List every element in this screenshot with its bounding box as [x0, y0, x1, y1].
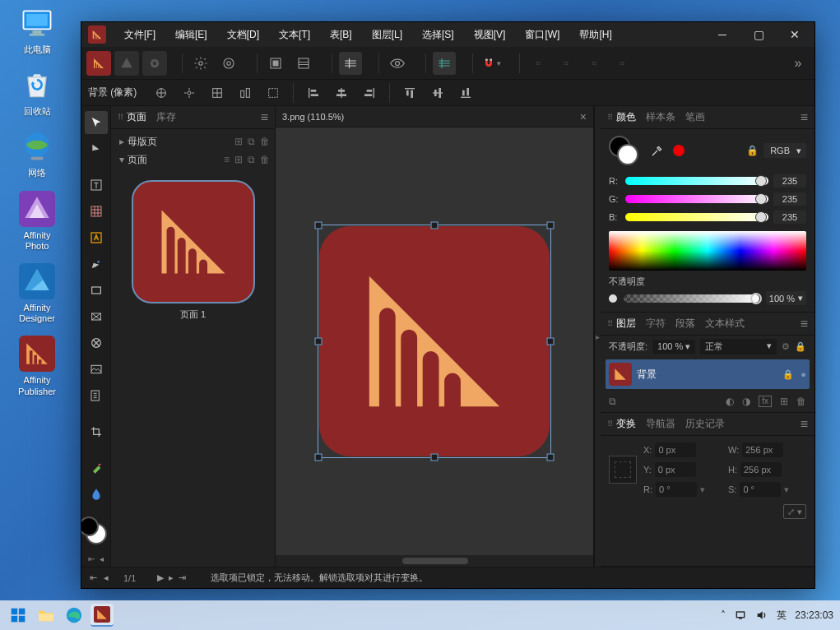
- panel-menu-icon[interactable]: ≡: [801, 317, 808, 331]
- spread-setup-icon[interactable]: ≡: [224, 154, 230, 165]
- delete-layer-icon[interactable]: 🗑: [796, 396, 806, 407]
- start-button[interactable]: [7, 604, 30, 627]
- prev-page-first-icon[interactable]: ⇤: [88, 554, 95, 563]
- handle-nw[interactable]: [315, 222, 323, 229]
- opacity-value[interactable]: 100 %▾: [766, 291, 806, 305]
- tab-assets[interactable]: 库存: [156, 110, 176, 124]
- add-master-icon[interactable]: ⊞: [234, 136, 243, 147]
- desktop-icon-affinity-photo[interactable]: Affinity Photo: [5, 191, 69, 252]
- align-vcenter-icon[interactable]: [426, 81, 449, 104]
- document-setup-icon[interactable]: [217, 52, 240, 75]
- slider-r[interactable]: R: 235: [601, 172, 814, 190]
- caret-down-icon[interactable]: ▾: [116, 154, 128, 165]
- cycle-select-icon[interactable]: [234, 81, 257, 104]
- transform-s[interactable]: S:▾: [728, 482, 806, 497]
- maximize-button[interactable]: ▢: [752, 28, 765, 41]
- layer-lock-icon[interactable]: 🔒: [782, 369, 794, 380]
- menu-file[interactable]: 文件[F]: [114, 22, 165, 47]
- color-swatch[interactable]: [86, 523, 107, 544]
- delete-master-icon[interactable]: 🗑: [260, 136, 270, 147]
- network-icon[interactable]: [734, 609, 747, 621]
- slider-b[interactable]: B: 235: [601, 208, 814, 226]
- tree-master-pages[interactable]: ▸ 母版页 ⊞ ⧉ 🗑: [116, 132, 270, 151]
- layer-opacity-value[interactable]: 100 % ▾: [652, 340, 695, 354]
- persona-photo[interactable]: [142, 51, 167, 76]
- lock-layer-icon[interactable]: 🔒: [795, 341, 806, 352]
- tab-navigator[interactable]: 导航器: [646, 417, 675, 431]
- last-page-icon[interactable]: ⇥: [179, 572, 186, 583]
- preferences-icon[interactable]: [189, 52, 212, 75]
- menu-table[interactable]: 表[B]: [320, 22, 362, 47]
- page-indicator[interactable]: 1/1: [123, 573, 136, 583]
- first-page-icon[interactable]: ⇤: [88, 572, 99, 583]
- canvas[interactable]: [276, 127, 593, 555]
- horizontal-scrollbar[interactable]: [276, 555, 593, 567]
- preflight-icon[interactable]: [264, 52, 287, 75]
- transform-r[interactable]: R:▾: [643, 482, 722, 497]
- artistic-text-tool[interactable]: [85, 226, 108, 249]
- align-center-icon[interactable]: [150, 81, 173, 104]
- page-thumbnail[interactable]: 页面 1: [111, 172, 275, 329]
- toggle-ui-icon[interactable]: [339, 52, 362, 75]
- rectangle-x-tool[interactable]: [85, 305, 108, 328]
- handle-ne[interactable]: [547, 222, 555, 229]
- show-alignment-icon[interactable]: [178, 81, 201, 104]
- ellipse-tool[interactable]: [85, 331, 108, 354]
- desktop-icon-this-pc[interactable]: 此电脑: [5, 5, 69, 55]
- menu-select[interactable]: 选择[S]: [412, 22, 464, 47]
- link-dimensions-icon[interactable]: ⤢ ▾: [783, 504, 806, 519]
- preview-mode-icon[interactable]: [386, 52, 409, 75]
- tab-pages[interactable]: 页面: [127, 110, 146, 124]
- align-right-icon[interactable]: [358, 81, 381, 104]
- eyedropper-icon[interactable]: [650, 143, 665, 158]
- place-image-tool[interactable]: [85, 384, 108, 407]
- pen-tool[interactable]: [85, 252, 108, 276]
- ime-indicator[interactable]: 英: [777, 609, 787, 623]
- layer-item[interactable]: 背景 🔒 ●: [606, 359, 810, 389]
- transform-w[interactable]: W:: [728, 442, 806, 457]
- tab-transform[interactable]: 变换: [616, 417, 636, 431]
- handle-se[interactable]: [547, 454, 555, 461]
- next-page-icon[interactable]: ▸: [169, 572, 174, 583]
- toolbar-overflow-icon[interactable]: »: [787, 52, 810, 75]
- tab-text-styles[interactable]: 文本样式: [705, 317, 745, 331]
- align-bottom-icon[interactable]: [454, 81, 477, 104]
- menu-help[interactable]: 帮助[H]: [569, 22, 621, 47]
- anchor-point-widget[interactable]: [609, 456, 637, 484]
- handle-w[interactable]: [315, 338, 323, 345]
- picked-color-icon[interactable]: [673, 145, 685, 156]
- tab-stroke[interactable]: 笔画: [685, 110, 705, 124]
- table-tool[interactable]: [85, 200, 108, 223]
- minimize-button[interactable]: ─: [716, 28, 729, 41]
- handle-s[interactable]: [431, 454, 439, 461]
- picture-frame-tool[interactable]: [85, 358, 108, 381]
- tab-color[interactable]: 颜色: [616, 110, 636, 124]
- panel-menu-icon[interactable]: ≡: [801, 110, 808, 125]
- align-left-icon[interactable]: [302, 81, 325, 104]
- transform-y[interactable]: Y:: [643, 462, 722, 477]
- menu-edit[interactable]: 编辑[E]: [165, 22, 217, 47]
- delete-page-icon[interactable]: 🗑: [260, 154, 270, 165]
- tab-history[interactable]: 历史记录: [685, 417, 725, 431]
- tab-swatches[interactable]: 样本条: [646, 110, 675, 124]
- panel-collapse-grip[interactable]: ▸: [594, 106, 601, 567]
- handle-sw[interactable]: [315, 454, 323, 461]
- duplicate-master-icon[interactable]: ⧉: [248, 136, 255, 147]
- snapping-toggle-icon[interactable]: [433, 52, 456, 75]
- vector-crop-tool[interactable]: [85, 420, 108, 443]
- align-hcenter-icon[interactable]: [330, 81, 353, 104]
- lock-icon[interactable]: 🔒: [746, 145, 759, 156]
- task-file-explorer[interactable]: [35, 604, 58, 627]
- panel-drag-icon[interactable]: ⠿: [118, 113, 122, 122]
- transform-origin-icon[interactable]: [206, 81, 229, 104]
- prev-page-icon[interactable]: ◂: [102, 572, 110, 583]
- transform-h[interactable]: H:: [728, 462, 806, 477]
- transparency-tool[interactable]: [85, 483, 108, 506]
- panel-drag-icon[interactable]: ⠿: [607, 113, 611, 122]
- close-tab-icon[interactable]: ×: [580, 110, 587, 123]
- add-layer-icon[interactable]: ⊞: [780, 396, 788, 407]
- volume-icon[interactable]: [755, 609, 768, 621]
- task-affinity-publisher[interactable]: [90, 604, 114, 627]
- panel-drag-icon[interactable]: ⠿: [607, 319, 611, 328]
- caret-right-icon[interactable]: ▸: [116, 136, 128, 147]
